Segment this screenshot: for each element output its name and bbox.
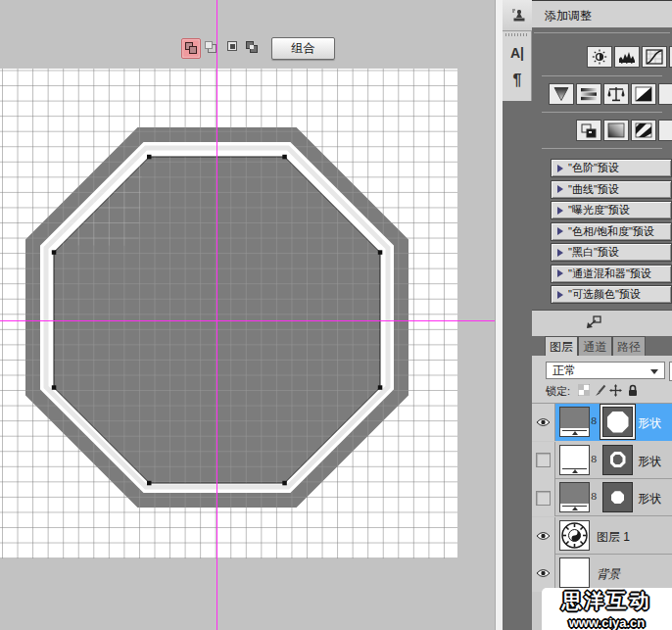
intersect-shape-areas-button[interactable] (224, 38, 240, 57)
layer-row-shape-2[interactable]: 8 形状 (532, 442, 672, 479)
tab-paths[interactable]: 路径 (612, 336, 646, 356)
photoshop-workspace: 组合 A| ¶ 添加调整 (0, 0, 672, 630)
lock-position-move-icon[interactable] (608, 383, 622, 397)
vector-mask-thumbnail[interactable] (602, 482, 633, 512)
expand-panel-icon[interactable] (584, 315, 603, 331)
exclude-overlapping-areas-button[interactable] (243, 38, 260, 57)
watermark-url: www.ciya.cn (569, 615, 646, 630)
visibility-toggle[interactable] (532, 442, 555, 479)
blend-mode-select[interactable]: 正常 (546, 362, 665, 379)
curves-icon[interactable] (642, 46, 667, 68)
layer-row-shape-1[interactable]: 8 形状 (532, 479, 672, 516)
document-window (0, 0, 495, 630)
layer-name[interactable]: 图层 1 (597, 529, 630, 546)
expander-icon[interactable] (557, 249, 563, 257)
eye-icon (536, 568, 551, 578)
hue-saturation-icon[interactable] (576, 83, 601, 105)
layer-name[interactable]: 形状 (638, 415, 661, 432)
fill-thumbnail[interactable] (559, 482, 590, 512)
visibility-toggle[interactable] (532, 404, 555, 441)
layers-tab-bar: 图层 通道 路径 (532, 336, 672, 356)
preset-selective-color[interactable]: "可选颜色"预设 (551, 285, 672, 304)
blend-mode-value: 正常 (552, 363, 576, 377)
expander-icon[interactable] (557, 291, 563, 299)
clone-source-icon[interactable] (503, 0, 532, 31)
invert-icon[interactable] (576, 120, 601, 141)
adjustments-footer (532, 310, 672, 337)
preset-curves[interactable]: "曲线"预设 (551, 180, 672, 199)
visibility-toggle[interactable] (532, 555, 555, 592)
paragraph-panel-icon[interactable]: ¶ (503, 69, 532, 92)
link-icon: 8 (591, 454, 597, 464)
lock-pixels-brush-icon[interactable] (593, 383, 606, 397)
vector-mask-thumbnail[interactable] (602, 445, 633, 475)
chevron-down-icon (650, 369, 658, 374)
preset-exposure[interactable]: "曝光度"预设 (551, 201, 672, 219)
fill-thumbnail[interactable] (559, 407, 590, 437)
subtract-from-shape-area-button[interactable] (203, 38, 217, 57)
selective-color-icon-partial[interactable] (658, 120, 672, 141)
layer-thumbnail[interactable] (559, 520, 590, 551)
vector-mask-thumbnail[interactable] (602, 407, 633, 437)
watermark: 思洋互动 www.ciya.cn (542, 588, 672, 630)
expander-icon[interactable] (557, 207, 563, 215)
expander-icon[interactable] (557, 269, 563, 277)
layer-name[interactable]: 形状 (638, 454, 661, 470)
preset-hue-saturation[interactable]: "色相/饱和度"预设 (551, 222, 672, 241)
layer-row-background[interactable]: 背景 (532, 555, 672, 592)
link-icon: 8 (591, 415, 597, 426)
lock-transparency-icon[interactable] (577, 383, 591, 397)
watermark-title: 思洋互动 (562, 588, 652, 614)
expander-icon[interactable] (557, 227, 563, 235)
lock-all-icon[interactable] (626, 383, 640, 397)
combine-button[interactable]: 组合 (271, 37, 335, 60)
color-balance-icon[interactable] (603, 83, 629, 105)
preset-black-white[interactable]: "黑白"预设 (551, 243, 672, 262)
layer-name[interactable]: 形状 (638, 491, 661, 508)
photo-filter-icon-partial[interactable] (658, 83, 672, 105)
character-panel-icon[interactable]: A| (503, 41, 532, 65)
layer-name[interactable]: 背景 (597, 566, 620, 583)
tab-channels[interactable]: 通道 (578, 336, 612, 356)
layer-row-layer1[interactable]: 图层 1 (532, 517, 672, 555)
expander-icon[interactable] (557, 165, 563, 172)
layer-row-shape-3[interactable]: 8 形状 (532, 404, 672, 441)
threshold-icon[interactable] (631, 120, 656, 141)
gradient-map-icon[interactable] (603, 120, 629, 141)
adjustments-title: 添加调整 (545, 8, 592, 24)
link-icon: 8 (591, 491, 597, 502)
visibility-toggle[interactable] (532, 479, 555, 516)
preset-channel-mixer[interactable]: "通道混和器"预设 (551, 265, 672, 283)
dock-separator (505, 33, 529, 36)
preset-levels[interactable]: "色阶"预设 (551, 159, 672, 177)
tab-layers[interactable]: 图层 (545, 336, 578, 356)
adjustments-header: 添加调整 (532, 0, 672, 27)
lock-label: 锁定: (546, 384, 570, 399)
fill-thumbnail[interactable] (559, 445, 590, 475)
brightness-contrast-icon[interactable] (587, 46, 612, 68)
eye-icon (536, 417, 551, 427)
layer-thumbnail[interactable] (559, 557, 590, 588)
panel-icon-dock: A| ¶ (503, 0, 532, 630)
vibrance-icon[interactable] (549, 83, 574, 105)
visibility-toggle[interactable] (532, 517, 555, 555)
eye-icon (536, 531, 551, 541)
black-white-icon[interactable] (631, 83, 656, 105)
eye-empty-well (536, 491, 551, 506)
bagua-image (560, 521, 589, 550)
eye-empty-well (536, 453, 551, 467)
expander-icon[interactable] (557, 185, 563, 193)
adjustments-panel: 添加调整 (532, 0, 672, 630)
levels-icon[interactable] (614, 46, 640, 68)
add-to-shape-area-button[interactable] (181, 38, 201, 59)
